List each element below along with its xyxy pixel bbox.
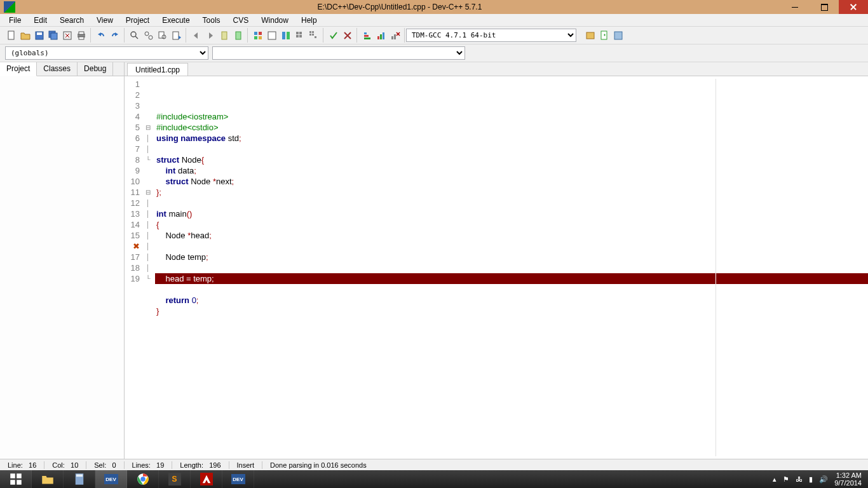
project-tree[interactable] bbox=[0, 76, 124, 459]
tray-chevron-up-icon[interactable]: ▴ bbox=[773, 475, 776, 484]
taskbar-devcpp2-icon[interactable]: DEV bbox=[222, 470, 254, 488]
bookmark-icon[interactable] bbox=[218, 29, 231, 42]
file-tab-untitled[interactable]: Untitled1.cpp bbox=[127, 63, 188, 76]
save-icon[interactable] bbox=[33, 29, 46, 42]
side-tabs: ProjectClassesDebug bbox=[0, 62, 124, 76]
taskbar-chrome-icon[interactable] bbox=[127, 470, 159, 488]
menu-bar: FileEditSearchViewProjectExecuteToolsCVS… bbox=[0, 14, 868, 27]
tray-network-icon[interactable]: 🖧 bbox=[796, 475, 803, 483]
svg-rect-38 bbox=[383, 32, 384, 39]
svg-rect-37 bbox=[380, 34, 382, 39]
app-icon bbox=[4, 1, 15, 13]
rebuild-all-icon[interactable] bbox=[308, 29, 320, 42]
taskbar-sublime-icon[interactable]: S bbox=[159, 470, 191, 488]
menu-cvs[interactable]: CVS bbox=[227, 15, 255, 26]
start-button[interactable] bbox=[0, 470, 32, 488]
syntax-check-icon[interactable] bbox=[327, 29, 340, 42]
code-body[interactable]: #include<iostream>#include<cstdio>using … bbox=[153, 76, 868, 459]
print-icon[interactable] bbox=[75, 29, 88, 42]
new-project-icon[interactable] bbox=[584, 29, 597, 42]
member-selector[interactable] bbox=[212, 46, 465, 60]
svg-rect-34 bbox=[364, 35, 369, 37]
minimize-button[interactable] bbox=[780, 0, 810, 14]
svg-rect-49 bbox=[76, 475, 83, 477]
menu-search[interactable]: Search bbox=[53, 15, 90, 26]
menu-window[interactable]: Window bbox=[255, 15, 295, 26]
svg-point-10 bbox=[145, 32, 149, 36]
compiler-selector[interactable]: TDM-GCC 4.7.1 64-bit bbox=[406, 29, 576, 42]
editor-area: Untitled1.cpp 123456789101112131415✖1718… bbox=[125, 62, 868, 459]
forward-icon[interactable] bbox=[204, 29, 217, 42]
status-mode: Insert bbox=[229, 461, 263, 469]
redo-icon[interactable] bbox=[109, 29, 121, 42]
svg-rect-7 bbox=[79, 32, 84, 34]
svg-point-11 bbox=[149, 36, 153, 39]
menu-project[interactable]: Project bbox=[119, 15, 156, 26]
fold-column[interactable]: ⊟││└⊟│││││││└ bbox=[144, 76, 153, 459]
tray-battery-icon[interactable]: ▮ bbox=[809, 475, 813, 484]
side-tab-project[interactable]: Project bbox=[0, 62, 37, 76]
file-tabs: Untitled1.cpp bbox=[125, 62, 868, 76]
menu-tools[interactable]: Tools bbox=[196, 15, 227, 26]
side-tab-debug[interactable]: Debug bbox=[78, 62, 113, 76]
svg-point-51 bbox=[140, 477, 146, 482]
maximize-button[interactable] bbox=[810, 0, 839, 14]
status-sel: Sel: 0 bbox=[86, 461, 124, 469]
menu-execute[interactable]: Execute bbox=[156, 15, 196, 26]
svg-rect-35 bbox=[364, 32, 367, 34]
svg-rect-16 bbox=[236, 32, 241, 39]
rebuild-icon[interactable] bbox=[294, 29, 306, 42]
undo-icon[interactable] bbox=[95, 29, 107, 42]
svg-rect-29 bbox=[312, 31, 314, 33]
tray-flag-icon[interactable]: ⚑ bbox=[783, 475, 789, 484]
goto-icon[interactable] bbox=[170, 29, 183, 42]
find-icon[interactable] bbox=[128, 29, 141, 42]
window-title: E:\DC++\Dev-Cpp\Untitled1.cpp - Dev-C++ … bbox=[19, 3, 780, 11]
open-file-icon[interactable] bbox=[19, 29, 32, 42]
menu-file[interactable]: File bbox=[3, 15, 27, 26]
tray-clock[interactable]: 1:32 AM 9/7/2014 bbox=[834, 471, 862, 487]
svg-rect-28 bbox=[309, 31, 311, 33]
save-all-icon[interactable] bbox=[47, 29, 60, 42]
find-in-files-icon[interactable] bbox=[156, 29, 169, 42]
debug-icon[interactable] bbox=[361, 29, 374, 42]
close-button[interactable] bbox=[839, 0, 868, 14]
svg-rect-43 bbox=[614, 32, 622, 39]
svg-rect-33 bbox=[364, 37, 370, 39]
right-margin-line bbox=[715, 79, 716, 456]
taskbar-explorer-icon[interactable] bbox=[32, 470, 64, 488]
taskbar-calc-icon[interactable] bbox=[64, 470, 95, 488]
scope-toolbar: (globals) bbox=[0, 44, 868, 62]
menu-edit[interactable]: Edit bbox=[27, 15, 53, 26]
svg-rect-2 bbox=[37, 32, 42, 35]
profile-icon[interactable] bbox=[375, 29, 388, 42]
side-tab-classes[interactable]: Classes bbox=[37, 62, 78, 76]
compile-icon[interactable] bbox=[252, 29, 264, 42]
run-icon[interactable] bbox=[266, 29, 278, 42]
title-bar: E:\DC++\Dev-Cpp\Untitled1.cpp - Dev-C++ … bbox=[0, 0, 868, 14]
taskbar-devcpp-icon[interactable]: DEV bbox=[95, 470, 127, 488]
back-icon[interactable] bbox=[190, 29, 203, 42]
close-file-icon[interactable] bbox=[61, 29, 74, 42]
svg-rect-21 bbox=[268, 32, 276, 39]
replace-icon[interactable] bbox=[142, 29, 155, 42]
svg-point-9 bbox=[131, 32, 136, 37]
svg-rect-25 bbox=[299, 32, 302, 34]
system-tray: ▴ ⚑ 🖧 ▮ 🔊 1:32 AM 9/7/2014 bbox=[766, 471, 868, 487]
scope-selector[interactable]: (globals) bbox=[5, 46, 208, 60]
svg-rect-23 bbox=[287, 32, 290, 39]
code-editor[interactable]: 123456789101112131415✖171819 ⊟││└⊟││││││… bbox=[125, 76, 868, 459]
abort-icon[interactable] bbox=[341, 29, 354, 42]
project-options-icon[interactable] bbox=[612, 29, 625, 42]
goto-bookmark-icon[interactable] bbox=[232, 29, 245, 42]
tray-volume-icon[interactable]: 🔊 bbox=[819, 475, 828, 484]
compile-run-icon[interactable] bbox=[280, 29, 292, 42]
new-file-icon[interactable] bbox=[5, 29, 18, 42]
taskbar-adobe-icon[interactable] bbox=[191, 470, 222, 488]
add-file-icon[interactable] bbox=[598, 29, 611, 42]
content-area: ProjectClassesDebug Untitled1.cpp 123456… bbox=[0, 62, 868, 459]
menu-view[interactable]: View bbox=[90, 15, 119, 26]
status-bar: Line: 16 Col: 10 Sel: 0 Lines: 19 Length… bbox=[0, 459, 868, 470]
delete-profile-icon[interactable] bbox=[389, 29, 402, 42]
menu-help[interactable]: Help bbox=[295, 15, 323, 26]
